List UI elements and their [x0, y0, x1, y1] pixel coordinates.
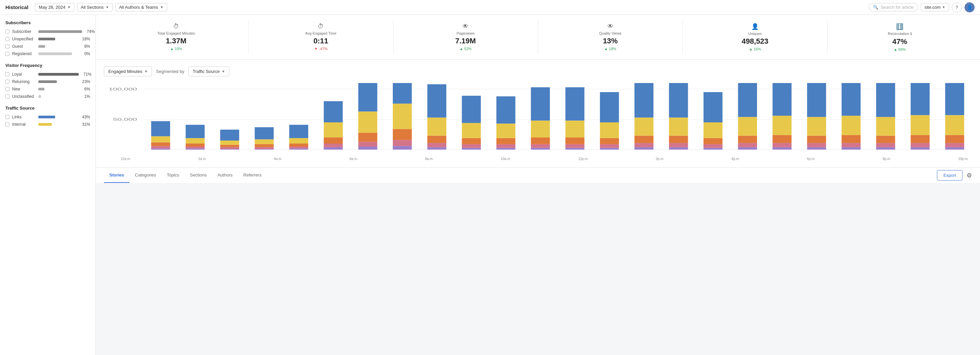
bar-segment	[393, 146, 412, 150]
help-button[interactable]: ?	[952, 2, 962, 13]
stat-change-uniques: ▲ 15%	[688, 47, 822, 51]
authors-filter-button[interactable]: All Authors & Teams ▼	[115, 3, 167, 11]
bar-segment	[911, 115, 929, 135]
bar-segment	[876, 143, 895, 147]
tabs-row: StoriesCategoriesTopicsSectionsAuthorsRe…	[96, 167, 980, 183]
tab-categories[interactable]: Categories	[129, 168, 161, 183]
sections-filter-button[interactable]: All Sections ▼	[77, 3, 113, 11]
sidebar-checkbox[interactable]	[5, 37, 10, 41]
bar-segment	[151, 146, 170, 148]
bar-segment	[531, 121, 550, 138]
stat-label-pageviews: Pageviews	[399, 31, 532, 35]
main-content: ⏱ Total Engaged Minutes 1.37M ▲ 10% ⏱ Av…	[96, 15, 980, 355]
tab-topics[interactable]: Topics	[161, 168, 185, 183]
sidebar-item[interactable]: Unclassified 1%	[5, 94, 90, 99]
bar-segment	[703, 144, 722, 148]
bar-segment	[531, 144, 550, 148]
domain-chevron-icon: ▼	[942, 5, 945, 9]
bar-segment	[151, 148, 170, 150]
sidebar-item[interactable]: Unspecified 18%	[5, 36, 90, 41]
stat-label-quality-views: Quality Views	[544, 31, 677, 35]
bar-segment	[186, 138, 204, 144]
traffic-source-list: Links 43% Internal 31%	[5, 115, 90, 127]
bar-segment	[186, 147, 204, 148]
stat-avg-engaged-time: ⏱ Avg Engaged Time 0:11 ▼ -47%	[248, 20, 393, 54]
tab-authors[interactable]: Authors	[212, 168, 238, 183]
bar-segment	[324, 101, 343, 122]
sections-label: All Sections	[81, 5, 103, 10]
sidebar-item[interactable]: Links 43%	[5, 115, 90, 119]
sidebar-pct: 8%	[80, 44, 90, 49]
sidebar-bar-wrap	[38, 95, 77, 98]
sidebar-item[interactable]: Subscriber 74%	[5, 29, 90, 34]
sidebar-checkbox[interactable]	[5, 80, 10, 84]
stat-icon-quality-views: 👁	[544, 23, 677, 30]
bar-segment	[496, 138, 515, 144]
bar-segment	[462, 148, 480, 150]
sidebar-checkbox[interactable]	[5, 30, 10, 33]
bar-segment	[600, 144, 619, 148]
bar-segment	[669, 147, 688, 150]
tab-stories[interactable]: Stories	[104, 168, 129, 183]
sidebar-item[interactable]: Internal 31%	[5, 122, 90, 127]
bar-segment	[842, 83, 860, 116]
bar-segment	[565, 87, 584, 121]
segment-dropdown[interactable]: Traffic Source ▼	[188, 67, 229, 76]
export-button[interactable]: Export	[937, 170, 963, 181]
settings-icon[interactable]: ⚙	[967, 172, 972, 179]
stat-icon-pageviews: 👁	[399, 23, 532, 30]
bar-segment	[773, 83, 791, 116]
subscribers-list: Subscriber 74% Unspecified 18% Guest 8%	[5, 29, 90, 56]
bar-segment	[151, 121, 170, 136]
stat-engaged-minutes: ⏱ Total Engaged Minutes 1.37M ▲ 10%	[104, 20, 248, 54]
metric-dropdown[interactable]: Engaged Minutes ▼	[104, 67, 152, 76]
sidebar-checkbox[interactable]	[5, 95, 10, 98]
bar-segment	[289, 148, 308, 150]
sidebar-bar-wrap	[38, 52, 77, 55]
x-axis-label: 10a.m.	[501, 157, 511, 161]
tab-sections[interactable]: Sections	[185, 168, 212, 183]
stat-quality-views: 👁 Quality Views 13% ▲ 18%	[538, 20, 683, 54]
sidebar-item[interactable]: New 6%	[5, 87, 90, 92]
segment-chevron-icon: ▼	[222, 70, 225, 73]
bar-segment	[842, 143, 860, 147]
sidebar-checkbox[interactable]	[5, 115, 10, 119]
bar-segment	[807, 117, 826, 136]
tab-referrers[interactable]: Referrers	[238, 168, 267, 183]
bar-segment	[738, 143, 757, 147]
bar-segment	[773, 143, 791, 147]
sidebar-item-label: Loyal	[12, 72, 36, 77]
bar-segment	[186, 148, 204, 150]
sidebar-checkbox[interactable]	[5, 72, 10, 76]
metric-label: Engaged Minutes	[108, 69, 142, 74]
sidebar-item[interactable]: Guest 8%	[5, 44, 90, 49]
x-axis-label: 4p.m.	[732, 157, 740, 161]
bar-segment	[635, 83, 654, 118]
bar-segment	[945, 115, 964, 135]
sidebar-item-label: Returning	[12, 79, 36, 84]
sidebar-bar	[38, 30, 82, 33]
user-avatar[interactable]: 👤	[964, 2, 975, 13]
x-axis-label: 6a.m.	[349, 157, 358, 161]
sidebar-checkbox[interactable]	[5, 122, 10, 127]
sidebar-item[interactable]: Returning 23%	[5, 79, 90, 84]
bar-segment	[358, 83, 377, 112]
sidebar-bar-wrap	[38, 38, 77, 40]
stat-pageviews: 👁 Pageviews 7.19M ▲ 52%	[393, 20, 538, 54]
sidebar-item[interactable]: Loyal 71%	[5, 72, 90, 77]
search-placeholder: Search for article	[880, 5, 913, 10]
sidebar-item[interactable]: Registered 0%	[5, 51, 90, 56]
bar-segment	[289, 138, 308, 144]
date-filter-button[interactable]: May 28, 2024 ▼	[35, 3, 74, 11]
bar-segment	[738, 136, 757, 143]
sidebar-checkbox[interactable]	[5, 44, 10, 48]
bar-segment	[807, 83, 826, 117]
bar-segment	[703, 122, 722, 138]
bar-segment	[773, 147, 791, 150]
bar-segment	[531, 87, 550, 121]
bar-segment	[600, 122, 619, 138]
bar-segment	[186, 125, 204, 138]
sidebar-checkbox[interactable]	[5, 87, 10, 91]
sidebar-checkbox[interactable]	[5, 52, 10, 56]
domain-button[interactable]: site.com ▼	[921, 3, 949, 11]
